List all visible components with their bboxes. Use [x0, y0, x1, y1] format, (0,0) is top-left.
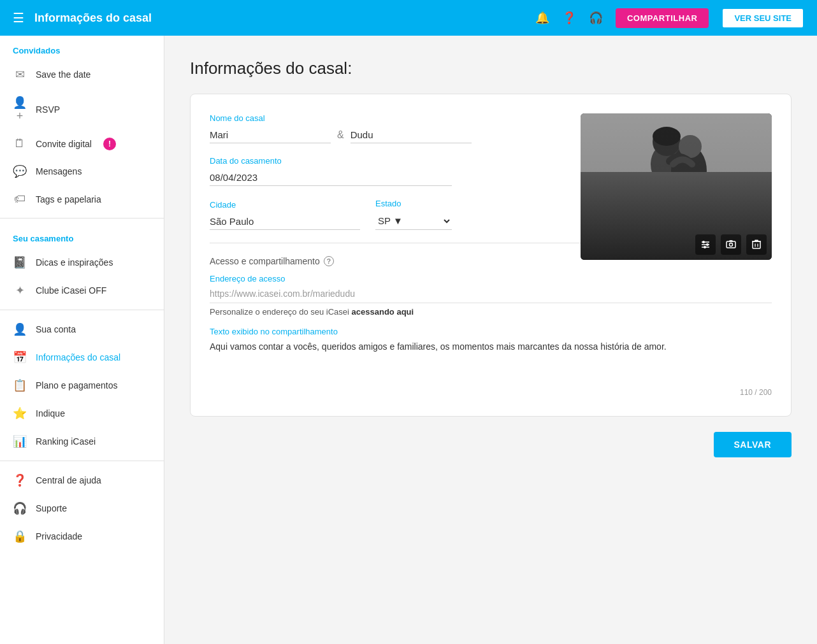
- share-text-section: Texto exibido no compartilhamento Aqui v…: [210, 327, 772, 397]
- nome-casal-label: Nome do casal: [210, 113, 452, 123]
- help-icon[interactable]: ?: [324, 256, 334, 266]
- sidebar-item-informacoes-casal[interactable]: 📅 Informações do casal: [0, 343, 164, 371]
- cidade-estado-row: Cidade Estado SP ▼ RJ MG RS: [210, 199, 452, 230]
- share-textarea[interactable]: Aqui vamos contar a vocês, queridos amig…: [210, 340, 772, 380]
- headset-icon[interactable]: 🎧: [589, 11, 603, 25]
- save-row: SALVAR: [190, 432, 792, 457]
- sidebar-item-ranking-icasei[interactable]: 📊 Ranking iCasei: [0, 427, 164, 455]
- sidebar-divider-1: [0, 218, 164, 218]
- calendar-icon: 📅: [13, 350, 27, 364]
- sidebar-item-dicas-inspiracoes[interactable]: 📓 Dicas e inspirações: [0, 248, 164, 276]
- sidebar-label-central-ajuda: Central de ajuda: [36, 475, 101, 485]
- sidebar-divider-2: [0, 310, 164, 310]
- sidebar-item-mensagens[interactable]: 💬 Mensagens: [0, 157, 164, 185]
- sidebar-label-privacidade: Privacidade: [36, 531, 82, 541]
- envelope-icon: ✉: [13, 68, 27, 82]
- sidebar-label-plano: Plano e pagamentos: [36, 380, 117, 390]
- sidebar-item-save-the-date[interactable]: ✉ Save the date: [0, 61, 164, 89]
- book-icon: 📓: [13, 255, 27, 269]
- sidebar-label-mensagens: Mensagens: [36, 166, 82, 176]
- sidebar-label-suporte: Suporte: [36, 503, 67, 513]
- sidebar: Convidados ✉ Save the date 👤+ RSVP 🗒 Con…: [0, 36, 164, 644]
- person-plus-icon: 👤+: [13, 96, 27, 123]
- card-icon: 🗒: [13, 137, 27, 150]
- sidebar-label-informacoes-casal: Informações do casal: [36, 352, 120, 362]
- access-section: Acesso e compartilhamento ? Endereço de …: [210, 256, 772, 317]
- section-seu-casamento-label: Seu casamento: [0, 224, 164, 248]
- account-icon: 👤: [13, 322, 27, 336]
- bell-icon[interactable]: 🔔: [535, 11, 549, 25]
- convite-badge: !: [103, 138, 116, 150]
- cidade-label: Cidade: [210, 200, 360, 210]
- photo-overlay: [695, 234, 767, 255]
- sidebar-label-dicas: Dicas e inspirações: [36, 257, 113, 268]
- photo-change-button[interactable]: [721, 234, 741, 255]
- estado-group: Estado SP ▼ RJ MG RS: [375, 199, 452, 230]
- layout: Convidados ✉ Save the date 👤+ RSVP 🗒 Con…: [0, 36, 817, 644]
- topnav-title: Informações do casal: [34, 11, 525, 25]
- star-off-icon: ✦: [13, 283, 27, 297]
- svg-point-14: [704, 246, 706, 248]
- chart-icon: 📊: [13, 434, 27, 448]
- share-text-label: Texto exibido no compartilhamento: [210, 327, 772, 336]
- sidebar-label-ranking: Ranking iCasei: [36, 436, 96, 447]
- sidebar-item-clube-icasei[interactable]: ✦ Clube iCasei OFF: [0, 276, 164, 304]
- partner1-input[interactable]: [210, 127, 331, 143]
- url-hint-link[interactable]: acessando aqui: [352, 307, 414, 317]
- cidade-group: Cidade: [210, 200, 360, 230]
- name-separator: &: [337, 129, 344, 141]
- sidebar-item-suporte[interactable]: 🎧 Suporte: [0, 494, 164, 522]
- topnav-icons: 🔔 ❓ 🎧 COMPARTILHAR VER SEU SITE: [535, 8, 804, 29]
- hamburger-icon[interactable]: ☰: [13, 10, 24, 25]
- question-icon: ❓: [13, 473, 27, 487]
- sidebar-item-privacidade[interactable]: 🔒 Privacidade: [0, 522, 164, 550]
- svg-rect-15: [727, 241, 735, 248]
- tag-icon: 🏷: [13, 192, 27, 206]
- url-hint-text: Personalize o endereço do seu iCasei: [210, 307, 349, 317]
- sidebar-item-central-ajuda[interactable]: ❓ Central de ajuda: [0, 466, 164, 494]
- sidebar-item-rsvp[interactable]: 👤+ RSVP: [0, 89, 164, 130]
- sidebar-divider-3: [0, 461, 164, 461]
- main-content: Informações do casal:: [164, 36, 817, 644]
- form-card: Nome do casal & Data do casamento Cidade: [190, 94, 792, 417]
- cidade-input[interactable]: [210, 213, 360, 230]
- sidebar-item-tags-papelaria[interactable]: 🏷 Tags e papelaria: [0, 185, 164, 213]
- sidebar-item-indique[interactable]: ⭐ Indique: [0, 399, 164, 427]
- access-hint: Personalize o endereço do seu iCasei ace…: [210, 307, 772, 317]
- sidebar-item-convite-digital[interactable]: 🗒 Convite digital !: [0, 130, 164, 157]
- svg-point-13: [706, 243, 709, 246]
- data-casamento-input[interactable]: [210, 169, 452, 186]
- sidebar-item-sua-conta[interactable]: 👤 Sua conta: [0, 315, 164, 343]
- sidebar-item-plano-pagamentos[interactable]: 📋 Plano e pagamentos: [0, 371, 164, 399]
- headset2-icon: 🎧: [13, 501, 27, 515]
- estado-label: Estado: [375, 199, 452, 208]
- compartilhar-button[interactable]: COMPARTILHAR: [616, 8, 709, 28]
- name-row: &: [210, 127, 452, 143]
- access-label: Acesso e compartilhamento: [210, 256, 320, 266]
- payments-icon: 📋: [13, 378, 27, 392]
- section-convidados-label: Convidados: [0, 36, 164, 61]
- ver-seu-site-button[interactable]: VER SEU SITE: [721, 8, 804, 29]
- estado-select[interactable]: SP ▼ RJ MG RS: [375, 212, 452, 230]
- sidebar-label-clube: Clube iCasei OFF: [36, 285, 106, 296]
- page-title: Informações do casal:: [190, 59, 792, 78]
- sidebar-label-sua-conta: Sua conta: [36, 324, 76, 334]
- star-icon: ⭐: [13, 406, 27, 420]
- nome-casal-group: Nome do casal &: [210, 113, 452, 143]
- svg-point-12: [702, 241, 705, 243]
- photo-filter-button[interactable]: [695, 234, 716, 255]
- data-casamento-group: Data do casamento: [210, 156, 452, 186]
- help-circle-icon[interactable]: ❓: [562, 11, 576, 25]
- sidebar-label-tags-papelaria: Tags e papelaria: [36, 194, 101, 204]
- salvar-button[interactable]: SALVAR: [714, 432, 792, 457]
- photo-delete-button[interactable]: [746, 234, 767, 255]
- lock-icon: 🔒: [13, 529, 27, 543]
- url-value: https://www.icasei.com.br/mariedudu: [210, 286, 772, 303]
- partner2-input[interactable]: [351, 127, 472, 143]
- svg-rect-18: [753, 241, 760, 248]
- url-label: Endereço de acesso: [210, 274, 772, 283]
- couple-photo: [581, 113, 772, 260]
- data-casamento-label: Data do casamento: [210, 156, 452, 166]
- sidebar-label-convite-digital: Convite digital: [36, 139, 92, 149]
- sidebar-label-indique: Indique: [36, 408, 65, 419]
